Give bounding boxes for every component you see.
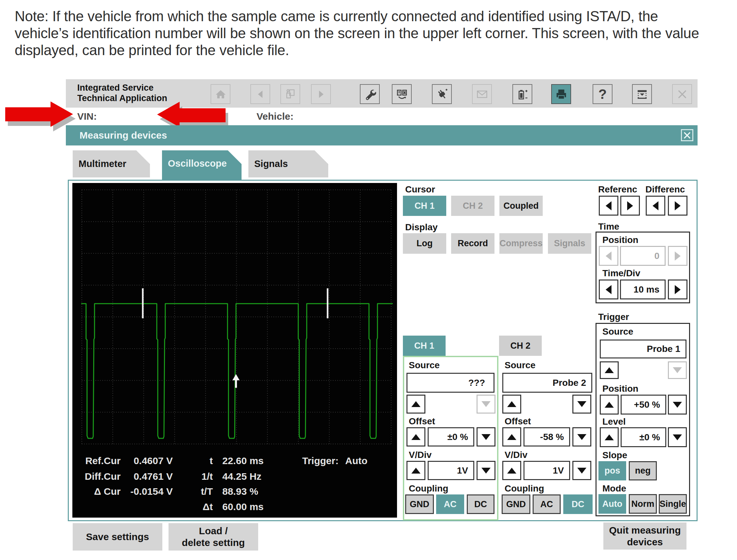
trigger-position-label: Position [602,384,638,394]
trigger-source-up-button[interactable] [600,361,619,379]
save-settings-button[interactable]: Save settings [73,523,162,551]
readout-trigger-value: Auto [345,455,368,467]
trigger-position-down-button[interactable] [668,395,687,415]
ch1-vdiv-value: 1V [428,461,474,480]
readout-diffcur-label: Diff.Cur [77,471,121,483]
quit-measuring-devices-button[interactable]: Quit measuring devices [603,522,686,550]
trigger-slope-pos-button[interactable]: pos [598,461,626,480]
reference-left-button[interactable] [599,196,618,216]
difference-left-button[interactable] [646,196,665,216]
trigger-source-down-button[interactable] [668,361,687,379]
ch2-vdiv-label: V/Div [504,450,527,460]
ch2-offset-down-button[interactable] [572,427,591,446]
trigger-position-value: +50 % [621,395,666,415]
readout-diffcur-value: 0.4761 V [116,471,173,483]
display-compress-button[interactable]: Compress [499,233,543,254]
close-icon[interactable] [672,84,692,104]
trigger-section-label: Trigger [598,312,629,322]
ch1-coupling-ac-button[interactable]: AC [436,494,464,514]
trigger-level-down-button[interactable] [668,427,687,447]
oscilloscope-screen [72,183,397,518]
print-icon[interactable] [551,84,571,104]
ch1-source-up-button[interactable] [406,395,425,414]
ch2-offset-label: Offset [504,416,531,427]
triangle-down-icon [481,468,490,474]
time-position-decrease-button[interactable] [599,246,618,266]
triangle-down-icon [577,401,586,407]
scope-trigger-marker-head [233,374,240,380]
display-log-button[interactable]: Log [403,233,446,254]
cursor-ch1-button[interactable]: CH 1 [403,196,446,216]
trigger-position-up-button[interactable] [600,395,619,415]
display-signals-button[interactable]: Signals [548,233,591,254]
ch1-offset-up-button[interactable] [406,427,425,446]
triangle-down-icon [481,434,490,440]
cursor-ch2-button[interactable]: CH 2 [451,196,494,216]
difference-label: Differenc [645,184,685,195]
trigger-mode-auto-button[interactable]: Auto [598,494,626,514]
ch1-vdiv-down-button[interactable] [476,461,495,480]
triangle-down-icon [673,367,682,373]
tab-oscilloscope-label: Oscilloscope [168,158,227,169]
display-record-button[interactable]: Record [451,233,494,254]
triangle-up-icon [507,401,516,407]
readout-trigger-label: Trigger: [302,455,339,467]
ch1-offset-down-button[interactable] [476,427,495,446]
ch1-coupling-dc-button[interactable]: DC [467,494,494,514]
mail-icon[interactable] [472,84,492,104]
ch2-coupling-dc-button[interactable]: DC [563,494,593,514]
ch2-coupling-label: Coupling [504,483,544,494]
reference-right-button[interactable] [620,196,640,216]
trigger-mode-label: Mode [602,483,626,494]
trigger-level-label: Level [602,416,626,427]
copy-documents-icon[interactable] [280,84,300,104]
triangle-left-icon [653,201,658,210]
difference-right-button[interactable] [668,196,687,216]
ch1-coupling-gnd-button[interactable]: GND [405,494,434,514]
triangle-right-icon [627,201,633,210]
red-arrow-right-icon [5,101,76,131]
time-position-label: Position [602,235,638,245]
time-position-increase-button[interactable] [668,246,687,266]
wrench-icon[interactable] [360,84,380,104]
readout-deltacur-value: -0.0154 V [116,486,173,498]
timediv-decrease-button[interactable] [599,280,618,299]
ch2-offset-up-button[interactable] [502,427,521,446]
readout-refcur-value: 0.4607 V [116,455,173,467]
battery-icon[interactable] [512,84,532,104]
ch2-vdiv-up-button[interactable] [502,461,521,480]
help-icon[interactable]: ? [593,84,612,104]
device-swap-icon[interactable] [392,84,412,104]
scope-cursor-2 [327,288,329,318]
ch2-coupling-gnd-button[interactable]: GND [502,494,530,514]
tab-signals-label: Signals [254,159,288,169]
cursor-coupled-button[interactable]: Coupled [499,196,543,216]
tab-signals[interactable]: Signals [248,150,328,177]
measuring-devices-close-button[interactable] [681,129,693,141]
tab-multimeter[interactable]: Multimeter [73,150,150,177]
readout-deltat-label: Δt [182,501,213,513]
ch1-tab[interactable]: CH 1 [403,336,445,356]
ch2-vdiv-down-button[interactable] [572,461,591,480]
ch2-tab[interactable]: CH 2 [499,336,542,356]
trigger-mode-single-button[interactable]: Single [659,494,687,514]
timediv-increase-button[interactable] [668,280,687,299]
trigger-slope-neg-button[interactable]: neg [629,461,657,480]
window-minimize-icon[interactable] [632,84,652,104]
connector-plug-icon[interactable] [432,84,452,104]
readout-t-value: 22.60 ms [222,455,264,467]
trigger-mode-norm-button[interactable]: Norm [629,494,657,514]
ch1-source-down-button[interactable] [476,395,495,414]
triangle-up-icon [605,434,614,440]
tab-oscilloscope[interactable]: Oscilloscope [162,150,242,181]
load-delete-setting-button[interactable]: Load / delete setting [169,523,258,551]
load-delete-label-line-2: delete setting [182,537,245,549]
triangle-down-icon [577,468,586,474]
ch2-coupling-ac-button[interactable]: AC [533,494,561,514]
back-icon[interactable] [250,84,270,104]
ch1-vdiv-up-button[interactable] [406,461,425,480]
forward-icon[interactable] [311,84,331,104]
trigger-level-up-button[interactable] [600,427,619,447]
ch2-source-down-button[interactable] [572,395,591,414]
ch2-source-up-button[interactable] [502,395,521,414]
